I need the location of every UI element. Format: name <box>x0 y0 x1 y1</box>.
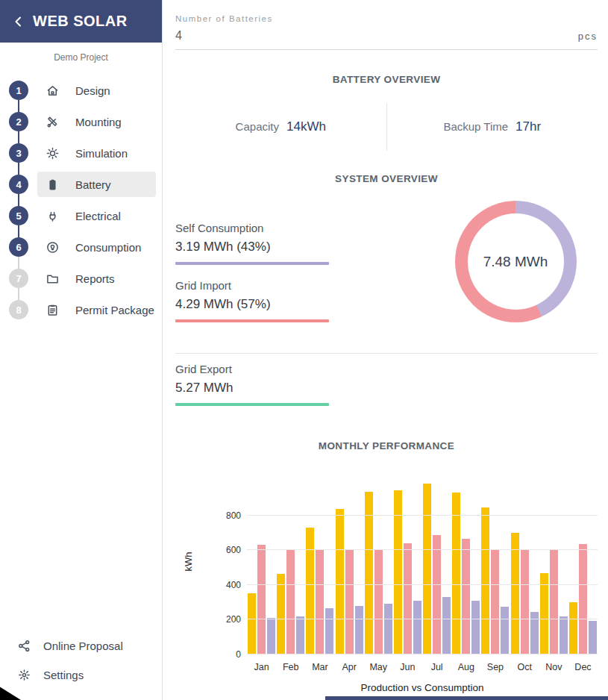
step-row-body[interactable]: Reports <box>37 266 156 291</box>
tools-icon <box>46 116 59 128</box>
bar-group-feb <box>276 481 305 654</box>
bar-consumption-apr <box>345 550 354 654</box>
donut-center: 7.48 MWh <box>468 213 564 310</box>
x-tick-aug: Aug <box>451 662 480 672</box>
gridline-600 <box>247 549 598 550</box>
step-number-badge: 2 <box>9 112 28 131</box>
sidebar-item-permit-package[interactable]: 8Permit Package <box>0 294 162 325</box>
backup-time-label: Backup Time <box>443 120 508 133</box>
bottom-bar-edge <box>325 696 608 700</box>
section-divider <box>175 353 598 354</box>
step-label: Design <box>75 84 110 97</box>
number-of-batteries-input[interactable]: 4 <box>175 29 182 43</box>
capacity-stat: Capacity 14kWh <box>175 119 386 134</box>
bar-consumption-jul <box>433 535 441 654</box>
back-chevron-icon[interactable] <box>13 16 24 27</box>
step-row-body[interactable]: Mounting <box>37 109 156 134</box>
sidebar-item-reports[interactable]: 7Reports <box>0 263 162 294</box>
x-tick-dec: Dec <box>568 662 598 672</box>
bar-production-feb <box>277 574 285 654</box>
bar-consumption-aug <box>462 539 470 654</box>
stat-value: 4.29 MWh (57%) <box>175 297 329 312</box>
step-label: Battery <box>75 178 111 191</box>
number-of-batteries-field[interactable]: Number of Batteries 4 pcs <box>175 2 598 50</box>
bar-series3-dec <box>589 621 597 654</box>
sidebar-item-battery[interactable]: 4Battery <box>0 169 162 200</box>
sun-icon <box>46 147 59 160</box>
stat-label: Grid Import <box>175 279 329 292</box>
step-number-badge: 7 <box>9 269 28 288</box>
bar-group-apr <box>335 481 364 654</box>
stat-grid-import: Grid Import4.29 MWh (57%) <box>175 279 329 322</box>
bar-production-aug <box>452 493 460 654</box>
bar-series3-mar <box>325 608 333 654</box>
step-number-badge: 3 <box>9 143 28 163</box>
grid-export-value: 5.27 MWh <box>175 381 329 396</box>
step-connector-line <box>18 225 19 237</box>
bar-consumption-nov <box>550 550 558 654</box>
step-label: Reports <box>75 272 115 285</box>
clipboard-icon <box>46 304 59 316</box>
bar-group-jun <box>393 481 422 654</box>
step-row-body[interactable]: Design <box>37 78 156 103</box>
sidebar-item-design[interactable]: 1Design <box>0 75 162 106</box>
bar-consumption-sep <box>491 550 499 654</box>
x-tick-jul: Jul <box>422 662 451 672</box>
gridline-800 <box>247 515 598 516</box>
batteries-unit-label: pcs <box>578 31 598 42</box>
capacity-value: 14kWh <box>286 119 326 134</box>
donut-chart-wrap: 7.48 MWh <box>329 201 598 337</box>
step-label: Electrical <box>75 210 121 222</box>
x-axis-labels: JanFebMarAprMayJunJulAugSepOctNovDec <box>247 662 598 672</box>
footer-item-online-proposal[interactable]: Online Proposal <box>0 631 162 660</box>
share-icon <box>18 640 31 652</box>
grid-export-underline <box>175 403 329 406</box>
gridline-0 <box>247 654 598 654</box>
bar-series3-nov <box>560 616 568 654</box>
chart-caption: Production vs Consumption <box>247 682 598 693</box>
step-row-body[interactable]: Battery <box>37 172 156 197</box>
stat-label: Self Consumption <box>175 222 329 234</box>
step-label: Simulation <box>75 147 128 160</box>
system-overview-body: Self Consumption3.19 MWh (43%)Grid Impor… <box>175 201 598 337</box>
bar-series3-aug <box>471 601 480 654</box>
sidebar-item-electrical[interactable]: 5Electrical <box>0 200 162 231</box>
bar-group-oct <box>510 481 539 654</box>
footer-item-label: Settings <box>43 669 84 681</box>
step-row-body[interactable]: Electrical <box>37 203 156 228</box>
sidebar-item-mounting[interactable]: 2Mounting <box>0 106 162 137</box>
donut-chart: 7.48 MWh <box>455 201 577 322</box>
project-name: Demo Project <box>0 52 162 63</box>
step-row-body[interactable]: Consumption <box>37 234 156 260</box>
number-of-batteries-label: Number of Batteries <box>175 14 598 23</box>
y-tick-0: 0 <box>211 649 241 660</box>
main-content: Number of Batteries 4 pcs BATTERY OVERVI… <box>163 0 608 700</box>
bar-production-nov <box>540 573 548 655</box>
chart-bars <box>247 481 598 654</box>
x-tick-oct: Oct <box>510 662 539 672</box>
bar-group-may <box>364 481 393 654</box>
sidebar-item-consumption[interactable]: 6Consumption <box>0 231 162 263</box>
step-connector-line <box>18 163 19 175</box>
step-connector-line <box>18 257 19 269</box>
bar-production-sep <box>481 507 489 654</box>
sidebar: WEB SOLAR Demo Project 1Design2Mounting3… <box>0 0 163 700</box>
x-tick-sep: Sep <box>480 662 510 672</box>
bar-series3-apr <box>355 606 363 654</box>
monthly-performance-chart: kWh 0200400600800 JanFebMarAprMayJunJulA… <box>210 474 598 698</box>
battery-overview-title: BATTERY OVERVIEW <box>175 74 598 85</box>
step-row-body[interactable]: Permit Package <box>37 297 156 322</box>
bar-production-oct <box>511 533 519 654</box>
grid-export-label: Grid Export <box>175 363 329 375</box>
gridline-200 <box>247 619 598 619</box>
bar-group-jan <box>247 481 276 654</box>
donut-total-value: 7.48 MWh <box>483 254 548 270</box>
step-label: Mounting <box>75 116 122 128</box>
footer-item-settings[interactable]: Settings <box>0 660 162 690</box>
capacity-label: Capacity <box>236 120 279 133</box>
bar-series3-jan <box>267 618 275 654</box>
step-row-body[interactable]: Simulation <box>37 140 156 166</box>
gear-icon <box>18 669 31 681</box>
sidebar-item-simulation[interactable]: 3Simulation <box>0 137 162 169</box>
backup-time-stat: Backup Time 17hr <box>387 119 598 134</box>
